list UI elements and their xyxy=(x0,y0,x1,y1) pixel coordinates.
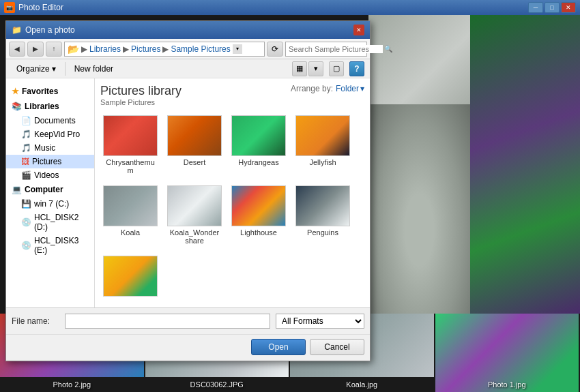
nav-item-c-drive[interactable]: 💾 win 7 (C:) xyxy=(6,197,94,211)
preview-button[interactable]: ▢ xyxy=(329,61,344,76)
cancel-button[interactable]: Cancel xyxy=(310,339,364,355)
keepvid-label: KeepVid Pro xyxy=(34,130,80,139)
new-folder-button[interactable]: New folder xyxy=(70,61,118,76)
thumb-koala-label: Koala xyxy=(121,228,140,237)
arrange-folder-text: Folder xyxy=(336,84,359,93)
videos-icon: 🎬 xyxy=(21,170,31,180)
close-button[interactable]: ✕ xyxy=(561,2,576,13)
view-buttons: ▦ ▾ ▢ ? xyxy=(292,61,364,76)
left-nav-panel: ★ Favorites 📚 Libraries 📄 Documents 🎵 Ke… xyxy=(6,78,95,307)
bg-koala-photo xyxy=(368,15,470,314)
thumb-hydrangeas-label: Hydrangeas xyxy=(238,158,278,166)
path-sep-3: ▶ xyxy=(162,44,169,54)
nav-favorites-header[interactable]: ★ Favorites xyxy=(6,84,94,99)
thumb-jellyfish[interactable]: Jellyfish xyxy=(293,112,353,178)
thumb-chrysanthemum-img xyxy=(103,115,158,156)
up-button[interactable]: ↑ xyxy=(46,42,62,57)
library-info: Pictures library Sample Pictures xyxy=(100,84,182,106)
nav-item-music[interactable]: 🎵 Music xyxy=(6,141,94,155)
strip-photo-1-label: Photo 1.jpg xyxy=(488,380,526,389)
thumb-desert[interactable]: Desert xyxy=(164,112,224,178)
format-select[interactable]: All Formats JPEG PNG BMP GIF TIFF xyxy=(276,314,364,329)
organize-button[interactable]: Organize ▾ xyxy=(12,61,61,76)
dialog-toolbar: Organize ▾ New folder ▦ ▾ ▢ ? xyxy=(6,59,370,78)
app-icon: 📷 xyxy=(4,2,15,13)
address-bar: ◀ ▶ ↑ 📂 ▶ Libraries ▶ Pictures ▶ Sample … xyxy=(6,39,370,59)
path-sample-pictures[interactable]: Sample Pictures xyxy=(171,44,230,54)
nav-item-e-drive[interactable]: 💿 HCL_DISK3 (E:) xyxy=(6,234,94,257)
thumb-penguins[interactable]: Penguins xyxy=(293,182,353,248)
cancel-button-label: Cancel xyxy=(324,342,349,352)
path-dropdown[interactable]: ▾ xyxy=(233,44,242,54)
nav-computer-header[interactable]: 💻 Computer xyxy=(6,182,94,197)
open-photo-dialog: 📁 Open a photo ✕ ◀ ▶ ↑ 📂 ▶ Libraries ▶ P… xyxy=(5,20,371,361)
path-sep-2: ▶ xyxy=(123,44,129,54)
thumb-lighthouse[interactable]: Lighthouse xyxy=(229,182,289,248)
restore-button[interactable]: □ xyxy=(545,2,560,13)
strip-photo-1[interactable]: Photo 1.jpg xyxy=(435,314,581,392)
help-button[interactable]: ? xyxy=(349,61,364,76)
music-label: Music xyxy=(34,143,55,153)
thumb-chrysanthemum[interactable]: Chrysanthemum xyxy=(100,112,160,178)
thumb-hydrangeas-img xyxy=(231,115,286,156)
forward-button[interactable]: ▶ xyxy=(27,42,44,57)
search-box: 🔍 xyxy=(285,42,367,57)
thumb-desert-img xyxy=(167,115,222,156)
thumb-jellyfish-img xyxy=(295,115,350,156)
thumb-koala-wondershare[interactable]: Koala_Wondershare xyxy=(164,182,224,248)
thumb-sunflower[interactable] xyxy=(100,252,160,302)
strip-photo-koala-label: Koala.jpg xyxy=(346,380,377,389)
background-right-panel xyxy=(368,15,580,314)
dialog-close-button[interactable]: ✕ xyxy=(353,25,364,35)
nav-libraries-header[interactable]: 📚 Libraries xyxy=(6,99,94,114)
dialog-content: ★ Favorites 📚 Libraries 📄 Documents 🎵 Ke… xyxy=(6,78,370,307)
new-folder-label: New folder xyxy=(74,64,113,74)
search-input[interactable] xyxy=(289,45,383,53)
arrange-by-value[interactable]: Folder ▾ xyxy=(336,84,364,93)
filename-input[interactable] xyxy=(65,314,270,329)
dialog-titlebar: 📁 Open a photo ✕ xyxy=(6,21,370,39)
nav-item-pictures[interactable]: 🖼 Pictures xyxy=(6,155,94,168)
back-button[interactable]: ◀ xyxy=(9,42,25,57)
bg-allium-photo xyxy=(470,15,580,314)
nav-item-videos[interactable]: 🎬 Videos xyxy=(6,168,94,182)
app-title: Photo Editor xyxy=(18,3,63,12)
file-area: Pictures library Sample Pictures Arrange… xyxy=(95,78,370,307)
thumb-koala[interactable]: Koala xyxy=(100,182,160,248)
e-drive-icon: 💿 xyxy=(21,241,31,250)
thumb-koala-wondershare-img xyxy=(167,185,222,226)
thumb-koala-wondershare-label: Koala_Wondershare xyxy=(168,228,221,245)
thumb-lighthouse-label: Lighthouse xyxy=(240,228,277,237)
nav-item-d-drive[interactable]: 💿 HCL_DISK2 (D:) xyxy=(6,211,94,234)
thumb-koala-img xyxy=(103,185,158,226)
open-button-label: Open xyxy=(268,342,288,352)
titlebar-controls: ─ □ ✕ xyxy=(528,2,576,13)
path-pictures[interactable]: Pictures xyxy=(131,44,160,54)
favorites-label: Favorites xyxy=(22,87,58,96)
file-area-header: Pictures library Sample Pictures Arrange… xyxy=(100,84,364,106)
music-icon: 🎵 xyxy=(21,143,31,153)
nav-item-documents[interactable]: 📄 Documents xyxy=(6,114,94,127)
videos-label: Videos xyxy=(34,170,59,180)
nav-item-keepvid[interactable]: 🎵 KeepVid Pro xyxy=(6,127,94,141)
thumb-hydrangeas[interactable]: Hydrangeas xyxy=(229,112,289,178)
library-subtitle: Sample Pictures xyxy=(100,98,182,106)
view-more-button[interactable]: ▾ xyxy=(308,61,323,76)
libraries-icon: 📚 xyxy=(12,102,22,111)
path-libraries[interactable]: Libraries xyxy=(89,44,121,54)
organize-chevron: ▾ xyxy=(52,64,56,74)
app-titlebar: 📷 Photo Editor ─ □ ✕ xyxy=(0,0,580,15)
c-drive-label: win 7 (C:) xyxy=(34,199,69,209)
thumbnail-grid: Chrysanthemum Desert Hydrangeas Jellyfis… xyxy=(100,112,364,302)
arrange-chevron-icon: ▾ xyxy=(360,84,364,93)
open-button[interactable]: Open xyxy=(251,339,306,355)
strip-photo-2-label: Photo 2.jpg xyxy=(53,380,91,389)
toolbar-separator xyxy=(65,62,66,76)
view-toggle-button[interactable]: ▦ xyxy=(292,61,307,76)
refresh-button[interactable]: ⟳ xyxy=(267,42,283,57)
strip-photo-dsc-label: DSC03062.JPG xyxy=(190,380,244,389)
arrange-by-label: Arrange by: xyxy=(291,84,333,93)
d-drive-icon: 💿 xyxy=(21,217,31,227)
thumb-desert-label: Desert xyxy=(184,158,205,166)
minimize-button[interactable]: ─ xyxy=(528,2,543,13)
